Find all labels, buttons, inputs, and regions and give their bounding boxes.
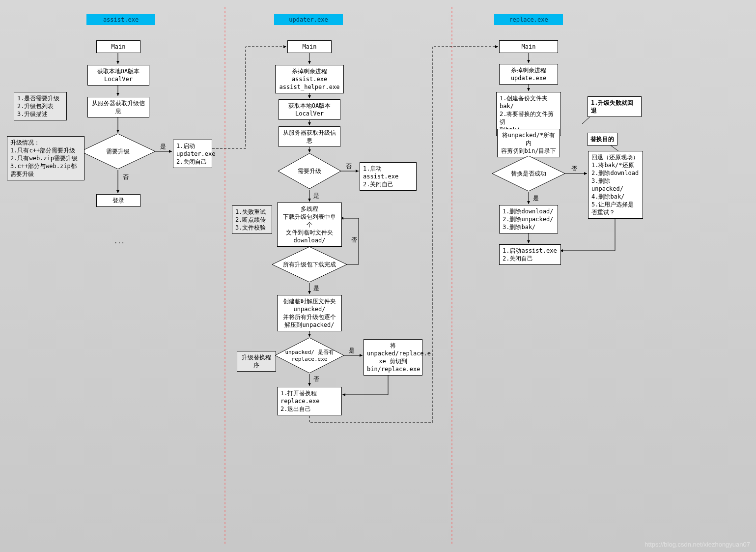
replace-ok-label: 替换是否成功 xyxy=(492,156,565,191)
updater-all-done-label: 所有升级包下载完成 xyxy=(272,247,347,282)
updater-all-done: 所有升级包下载完成 xyxy=(272,247,347,282)
updater-note-replace: 升级替换程序 xyxy=(237,351,276,372)
replace-restart: 1.启动assist.exe 2.关闭自己 xyxy=(499,244,561,265)
header-replace: replace.exe xyxy=(494,14,563,25)
replace-ok-yes: 是 xyxy=(533,194,539,203)
assist-yes-label: 是 xyxy=(160,143,166,151)
header-updater-label: updater.exe xyxy=(289,16,328,23)
replace-clean: 1.删除download/ 2.删除unpacked/ 3.删除bak/ xyxy=(499,205,558,233)
updater-need-label: 需要升级 xyxy=(278,153,341,189)
updater-need-upgrade: 需要升级 xyxy=(278,153,341,189)
updater-alldone-no: 否 xyxy=(351,236,357,244)
updater-has-replace-label: unpacked/ 是否有 replace.exe xyxy=(275,338,344,373)
header-assist-label: assist.exe xyxy=(103,16,139,23)
assist-main: Main xyxy=(96,40,140,53)
header-assist: assist.exe xyxy=(86,14,155,25)
replace-move: 将unpacked/*所有内 容剪切到bin/目录下 xyxy=(497,129,560,157)
updater-has-no: 否 xyxy=(313,375,319,383)
watermark: https://blog.csdn.net/xiezhongyuan07 xyxy=(644,541,750,548)
updater-no-label: 否 xyxy=(346,162,352,171)
assist-start-updater: 1.启动 updater.exe 2.关闭自己 xyxy=(173,140,212,168)
header-replace-label: replace.exe xyxy=(509,16,548,23)
updater-main: Main xyxy=(287,40,332,53)
replace-callout-fail: 1.升级失败就回退 xyxy=(588,96,642,117)
replace-main: Main xyxy=(499,40,558,53)
assist-no-label: 否 xyxy=(123,173,129,181)
assist-need-upgrade: 需要升级 xyxy=(81,134,155,169)
assist-note-check: 1.是否需要升级 2.升级包列表 3.升级描述 xyxy=(14,92,67,120)
assist-login: 登录 xyxy=(96,194,140,207)
updater-alldone-yes: 是 xyxy=(313,284,319,292)
updater-yes-label: 是 xyxy=(313,192,319,200)
updater-unpack: 创建临时解压文件夹 unpacked/ 并将所有升级包逐个 解压到unpacke… xyxy=(277,295,342,331)
replace-kill: 杀掉剩余进程 update.exe xyxy=(499,64,558,85)
updater-no-need-box: 1.启动assist.exe 2.关闭自己 xyxy=(360,162,417,191)
updater-fetch: 从服务器获取升级信 息 xyxy=(279,126,340,147)
replace-callout-goal: 替换目的 xyxy=(587,133,617,145)
updater-kill: 杀掉剩余进程 assist.exe assist_helper.exe xyxy=(275,65,344,93)
header-updater: updater.exe xyxy=(274,14,343,25)
updater-getver: 获取本地OA版本 LocalVer xyxy=(279,99,340,120)
updater-has-replace: unpacked/ 是否有 replace.exe xyxy=(275,338,344,373)
updater-open-replace: 1.打开替换程replace.exe 2.退出自己 xyxy=(277,387,342,415)
replace-ok-no: 否 xyxy=(571,165,577,173)
replace-rollback: 回退（还原现场） 1.将bak/*还原 2.删除download 3.删除unp… xyxy=(588,151,643,219)
assist-getver: 获取本地OA版本 LocalVer xyxy=(87,65,149,86)
replace-ok: 替换是否成功 xyxy=(492,156,565,191)
assist-need-label: 需要升级 xyxy=(81,134,155,169)
updater-download: 多线程 下载升级包列表中单个 文件到临时文件夹 download/ xyxy=(277,203,342,247)
updater-note-download: 1.失败重试 2.断点续传 3.文件校验 xyxy=(232,205,272,234)
assist-dots: ... xyxy=(114,238,125,245)
assist-fetch: 从服务器获取升级信 息 xyxy=(87,97,149,117)
assist-note-cases: 升级情况： 1.只有c++部分需要升级 2.只有web.zip需要升级 3.c+… xyxy=(7,136,84,180)
updater-has-yes: 是 xyxy=(349,347,355,355)
updater-move-replace: 将 unpacked/replace.e xe 剪切到 bin/replace.… xyxy=(364,339,422,376)
